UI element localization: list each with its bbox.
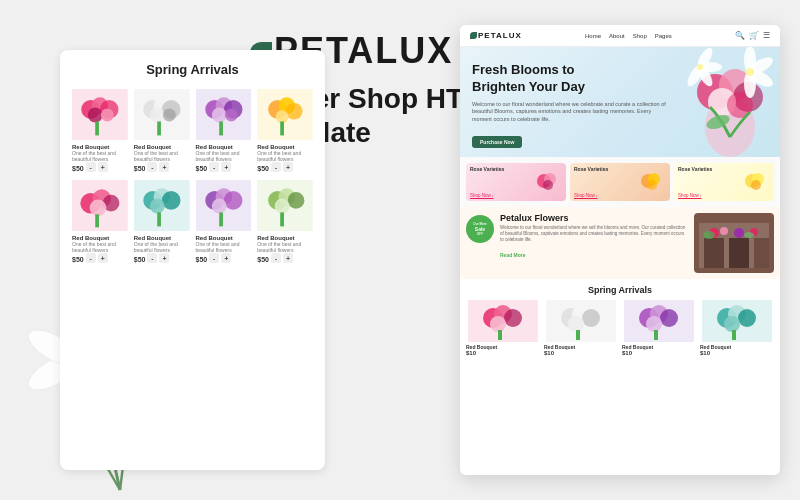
list-item: Red Bouquet $10 bbox=[622, 300, 696, 356]
product-price: $50 bbox=[72, 165, 84, 172]
hero-text: Fresh Blooms to Brighten Your Day Welcom… bbox=[460, 47, 680, 157]
list-item: Red Bouquet One of the best and beautifu… bbox=[196, 87, 252, 172]
svg-rect-112 bbox=[704, 238, 724, 268]
product-price: $50 bbox=[257, 256, 269, 263]
increment-button[interactable]: + bbox=[159, 162, 169, 172]
nav-link-home[interactable]: Home bbox=[585, 33, 601, 39]
product-image bbox=[134, 178, 190, 233]
increment-button[interactable]: + bbox=[221, 253, 231, 263]
svg-point-125 bbox=[490, 316, 506, 332]
increment-button[interactable]: + bbox=[283, 253, 293, 263]
decrement-button[interactable]: - bbox=[209, 162, 219, 172]
price-controls: $50 - + bbox=[72, 162, 128, 172]
svg-point-109 bbox=[751, 180, 761, 190]
svg-rect-144 bbox=[732, 330, 736, 340]
increment-button[interactable]: + bbox=[98, 253, 108, 263]
preview-categories: Rose Varieties Shop Now › Rose Varieties… bbox=[460, 157, 780, 207]
product-image bbox=[257, 178, 313, 233]
product-grid-panel: Spring Arrivals Red Bouquet One of the b… bbox=[60, 50, 325, 470]
svg-point-38 bbox=[101, 108, 114, 121]
svg-rect-126 bbox=[498, 330, 502, 340]
cart-icon[interactable]: 🛒 bbox=[749, 31, 759, 40]
decrement-button[interactable]: - bbox=[147, 253, 157, 263]
read-more-button[interactable]: Read More bbox=[500, 252, 526, 258]
decrement-button[interactable]: - bbox=[86, 162, 96, 172]
product-desc: One of the best and beautiful flowers bbox=[134, 241, 190, 253]
decrement-button[interactable]: - bbox=[271, 253, 281, 263]
increment-button[interactable]: + bbox=[159, 253, 169, 263]
svg-point-44 bbox=[150, 108, 165, 123]
preview-product-image bbox=[466, 300, 540, 342]
list-item: Red Bouquet One of the best and beautifu… bbox=[196, 178, 252, 263]
decrement-button[interactable]: - bbox=[271, 162, 281, 172]
product-image bbox=[72, 178, 128, 233]
preview-about-section: Our More Sale OFF Petalux Flowers Welcom… bbox=[460, 207, 780, 279]
website-preview: PETALUX Home About Shop Pages 🔍 🛒 ☰ Fres… bbox=[460, 25, 780, 475]
product-desc: One of the best and beautiful flowers bbox=[196, 150, 252, 162]
svg-rect-138 bbox=[654, 330, 658, 340]
category-card-yellow[interactable]: Rose Varieties Shop Now › bbox=[674, 163, 774, 201]
decrement-button[interactable]: - bbox=[209, 253, 219, 263]
product-image bbox=[72, 87, 128, 142]
category-label: Rose Varieties bbox=[574, 166, 608, 172]
price-controls: $50 - + bbox=[134, 253, 190, 263]
product-price: $50 bbox=[134, 165, 146, 172]
about-text: Petalux Flowers Welcome to our floral wo… bbox=[500, 213, 688, 273]
svg-point-103 bbox=[543, 180, 553, 190]
nav-link-shop[interactable]: Shop bbox=[633, 33, 647, 39]
increment-button[interactable]: + bbox=[221, 162, 231, 172]
svg-point-119 bbox=[703, 231, 715, 239]
about-heading: Petalux Flowers bbox=[500, 213, 688, 223]
svg-point-52 bbox=[224, 108, 237, 121]
category-card-varieties[interactable]: Rose Varieties Shop Now › bbox=[570, 163, 670, 201]
preview-spring-section: Spring Arrivals Red Bouquet $10 bbox=[460, 279, 780, 362]
preview-hero: Fresh Blooms to Brighten Your Day Welcom… bbox=[460, 47, 780, 157]
svg-point-130 bbox=[582, 309, 600, 327]
preview-navbar: PETALUX Home About Shop Pages 🔍 🛒 ☰ bbox=[460, 25, 780, 47]
category-label: Rose Varieties bbox=[678, 166, 712, 172]
list-item: Red Bouquet $10 bbox=[544, 300, 618, 356]
svg-rect-71 bbox=[157, 212, 161, 226]
purchase-now-button[interactable]: Purchase Now bbox=[472, 136, 522, 148]
product-image bbox=[134, 87, 190, 142]
product-image bbox=[196, 87, 252, 142]
preview-product-price: $10 bbox=[544, 350, 618, 356]
price-controls: $50 - + bbox=[196, 162, 252, 172]
category-card-roses[interactable]: Rose Varieties Shop Now › bbox=[466, 163, 566, 201]
list-item: Red Bouquet One of the best and beautifu… bbox=[134, 178, 190, 263]
nav-link-about[interactable]: About bbox=[609, 33, 625, 39]
decrement-button[interactable]: - bbox=[86, 253, 96, 263]
preview-logo-text: PETALUX bbox=[478, 31, 522, 40]
spring-title: Spring Arrivals bbox=[466, 285, 774, 295]
product-grid-title: Spring Arrivals bbox=[72, 62, 313, 77]
increment-button[interactable]: + bbox=[283, 162, 293, 172]
product-image bbox=[257, 87, 313, 142]
svg-rect-46 bbox=[157, 121, 161, 135]
preview-logo-leaf-icon bbox=[470, 32, 477, 39]
price-controls: $50 - + bbox=[196, 253, 252, 263]
category-link[interactable]: Shop Now › bbox=[574, 193, 598, 198]
category-link[interactable]: Shop Now › bbox=[470, 193, 494, 198]
menu-icon[interactable]: ☰ bbox=[763, 31, 770, 40]
search-icon[interactable]: 🔍 bbox=[735, 31, 745, 40]
svg-rect-114 bbox=[754, 238, 769, 268]
preview-product-price: $10 bbox=[700, 350, 774, 356]
preview-product-image bbox=[544, 300, 618, 342]
product-grid: Red Bouquet One of the best and beautifu… bbox=[72, 87, 313, 263]
svg-point-99 bbox=[697, 64, 703, 70]
category-link[interactable]: Shop Now › bbox=[678, 193, 702, 198]
list-item: Red Bouquet One of the best and beautifu… bbox=[72, 87, 128, 172]
svg-point-69 bbox=[162, 191, 181, 210]
hero-flower-image bbox=[680, 47, 780, 157]
svg-rect-59 bbox=[280, 121, 284, 135]
product-desc: One of the best and beautiful flowers bbox=[196, 241, 252, 253]
price-controls: $50 - + bbox=[72, 253, 128, 263]
nav-link-pages[interactable]: Pages bbox=[655, 33, 672, 39]
preview-nav-icons: 🔍 🛒 ☰ bbox=[735, 31, 770, 40]
increment-button[interactable]: + bbox=[98, 162, 108, 172]
price-controls: $50 - + bbox=[257, 253, 313, 263]
decrement-button[interactable]: - bbox=[147, 162, 157, 172]
list-item: Red Bouquet One of the best and beautifu… bbox=[134, 87, 190, 172]
svg-point-137 bbox=[646, 316, 662, 332]
preview-product-price: $10 bbox=[622, 350, 696, 356]
